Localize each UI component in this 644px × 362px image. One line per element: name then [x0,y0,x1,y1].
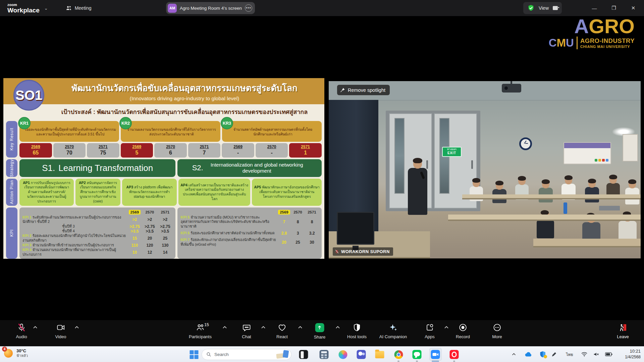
more-button[interactable]: More [492,323,502,339]
strategy-s2: S2. Internationalization and global netw… [177,159,322,177]
ai-companion-button[interactable]: AI Companion [379,323,407,339]
restore-button[interactable]: ❐ [604,0,623,16]
view-controls: View [523,2,562,14]
record-icon [459,323,467,332]
kr1-year-2569: 256965 [19,143,52,158]
person-figure [625,180,639,204]
taskbar-search[interactable]: Search [202,349,291,360]
apps-button[interactable]: Apps [425,323,435,339]
wifi-icon[interactable] [581,352,588,357]
security-shield-tray-icon[interactable] [540,351,546,358]
kpi-table-left: 2569 2570 2571 KPI 1 ระดับทักษะด้านนวัตก… [19,207,175,259]
table [462,194,641,199]
camera-icon [56,323,65,332]
participants-count: 15 [204,322,209,327]
row-label-key-result: Key Result [6,121,17,158]
search-highlight-image [276,350,289,359]
share-screen-icon [315,323,324,332]
strategy-section: Strategy S1. Learning Transformation S2.… [6,159,322,177]
layout-icon [553,6,558,10]
notepad-app-icon[interactable] [299,350,309,359]
chrome-app-icon[interactable] [394,350,404,359]
kr1-badge: KR1 [18,117,31,129]
video-button[interactable]: Video [55,323,66,339]
react-button[interactable]: React [276,323,288,339]
shared-screen-pill[interactable]: AM Agro Meeting Room 4's screen ••• [166,2,255,14]
pen-input-icon[interactable] [551,352,557,357]
strategy-s1: S1. Learning Transformation [19,159,175,177]
minimize-button[interactable]: — [585,0,604,16]
leave-button[interactable]: Leave [617,323,629,339]
audio-options-chevron[interactable] [33,326,38,329]
windows-taskbar: 4 30°C ฟ้าหลัว Search [0,346,644,362]
temperature: 30°C [16,349,28,354]
spotlight-video-tile[interactable]: ทางออก EXIT [329,81,641,258]
start-button[interactable] [189,350,199,359]
zoom-workplace-logo: zoom Workplace [7,3,40,13]
weather-widget[interactable]: 4 30°C ฟ้าหลัว [3,348,28,359]
apps-icon [425,323,434,332]
kr3-year-2570: 2570- [256,143,288,158]
weather-icon: 4 [3,348,14,359]
teams-app-icon[interactable] [357,350,366,359]
mic-muted-icon [17,323,26,332]
tray-expand-chevron[interactable] [512,353,516,356]
action-plan-section: Action Plan AP1 การปรับเปลี่ยนรูปแบบการเ… [6,179,322,206]
kr2-box: KR2 จำนวนผลงานนวัตกรรมของนักศึกษาที่ได้ร… [121,121,220,142]
table [533,239,641,247]
chevron-down-icon[interactable]: ⌄ [44,6,48,11]
close-button[interactable]: ✕ [624,0,643,16]
audio-button[interactable]: Audio [16,323,27,339]
speaker-muted-icon[interactable] [593,352,600,357]
host-tools-button[interactable]: Host tools [347,323,367,339]
date: 1/4/2568 [625,354,641,360]
share-button[interactable]: Share [314,323,326,340]
share-options-chevron[interactable] [335,326,340,329]
participants-options-chevron[interactable] [222,326,227,329]
video-options-chevron[interactable] [74,326,79,329]
ap5-box: AP5 พัฒนาทักษะภาษาอังกฤษของนักศึกษาเพื่อ… [252,179,322,206]
onedrive-icon[interactable] [525,352,532,357]
kpi3-row: KPI 3 จำนวนนักศึกษาที่เข้าร่วมอบรมการเป็… [22,243,173,248]
opera-app-icon[interactable] [449,350,459,359]
battery-icon[interactable] [605,352,612,357]
line-app-icon[interactable] [412,350,422,359]
participants-button[interactable]: 15 Participants [189,323,212,339]
react-options-chevron[interactable] [298,326,303,329]
water-bottle [564,202,567,214]
zoom-meeting-window: zoom Workplace ⌄ Meeting AM Agro Meeting… [0,0,644,362]
chat-icon [242,323,251,332]
tab-meeting[interactable]: Meeting [65,5,92,11]
chat-button[interactable]: Chat [242,323,251,339]
language-indicator[interactable]: ไทย [566,351,573,358]
logo-line1: AGRO-INDUSTRY [580,37,635,45]
view-button[interactable]: View [539,5,549,11]
sparkle-icon [389,323,397,332]
heart-icon [278,323,286,332]
copilot-app-icon[interactable] [338,350,348,359]
calculator-app-icon[interactable] [319,350,329,359]
file-explorer-icon[interactable] [375,350,385,359]
zoom-app-icon[interactable] [431,350,440,359]
taskbar-clock[interactable]: 10:21 1/4/2568 [625,348,641,360]
meeting-toolbar: Audio Video 15 Participants Chat [0,320,644,346]
table [448,215,641,221]
row-label-kpi: KPI [6,207,17,259]
logo-divider [577,37,578,49]
apps-options-chevron[interactable] [444,326,449,329]
slide-title-th: พัฒนานักนวัตกรเพื่อขับเคลื่อนอุตสาหกรรมเ… [54,81,315,95]
remove-spotlight-button[interactable]: Remove spotlight [337,85,390,95]
chat-options-chevron[interactable] [261,326,266,329]
kr1-year-2570: 257070 [53,143,86,158]
agro-wordmark: AGRO [547,17,635,36]
record-button[interactable]: Record [456,323,470,339]
windows-logo-icon [190,350,198,359]
search-icon [206,352,211,357]
projector [502,84,521,93]
cmu-wordmark: CMU [549,37,574,49]
participants-icon: 15 [196,323,205,332]
brand-workplace: Workplace [7,7,40,13]
logo-line2: CHIANG MAI UNIVERSITY [580,45,635,49]
key-result-section: Key Result KR1 ร้อยละของนักศึกษาชั้นปีสุ… [6,121,322,158]
pill-options-button[interactable]: ••• [245,4,252,12]
